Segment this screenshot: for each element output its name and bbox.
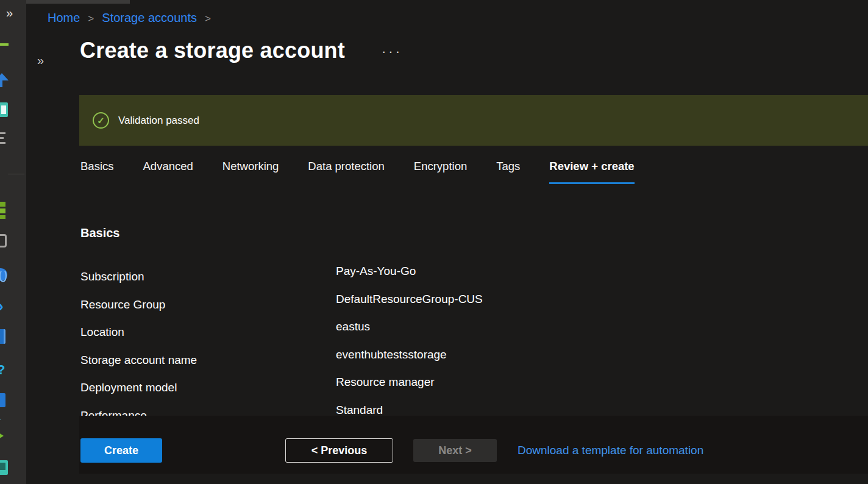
tab-tags[interactable]: Tags: [496, 160, 520, 184]
dash-icon[interactable]: [0, 43, 9, 46]
review-row: Storage account name eventhubtestsstorag…: [80, 348, 690, 376]
breadcrumb: Home > Storage accounts >: [48, 11, 211, 25]
terminal-icon[interactable]: [0, 460, 8, 475]
plus-icon[interactable]: +: [0, 415, 1, 424]
content-expand-icon[interactable]: »: [37, 54, 43, 68]
field-label: Storage account name: [80, 354, 197, 367]
validation-banner-text: Validation passed: [118, 115, 199, 127]
field-value: DefaultResourceGroup-CUS: [336, 293, 483, 306]
list-icon: [0, 142, 5, 144]
window-icon[interactable]: [0, 329, 5, 344]
tab-advanced[interactable]: Advanced: [143, 160, 193, 184]
globe-icon[interactable]: [0, 268, 7, 281]
basics-section-heading: Basics: [80, 226, 120, 240]
breadcrumb-home-link[interactable]: Home: [48, 11, 80, 25]
field-value: Resource manager: [336, 375, 435, 389]
create-button[interactable]: Create: [80, 438, 162, 463]
top-edge-bar: [8, 0, 130, 4]
page-title: Create a storage account: [80, 38, 345, 63]
download-template-link[interactable]: Download a template for automation: [518, 444, 703, 457]
field-value: Pay-As-You-Go: [336, 265, 416, 278]
validation-banner: ✓ Validation passed: [79, 95, 868, 146]
breadcrumb-storage-accounts-link[interactable]: Storage accounts: [102, 11, 197, 25]
play-icon[interactable]: [0, 430, 4, 441]
help-icon[interactable]: ?: [0, 363, 5, 377]
tab-data-protection[interactable]: Data protection: [308, 160, 384, 184]
sidebar-expand-icon[interactable]: »: [6, 6, 12, 20]
grid-icon[interactable]: [0, 202, 5, 207]
field-label: Resource Group: [80, 298, 165, 311]
table-storage-icon[interactable]: [0, 102, 8, 117]
left-nav-sidebar: » › ? +: [0, 0, 26, 484]
field-value: eventhubtestsstorage: [336, 348, 447, 361]
sidebar-divider: [8, 174, 24, 174]
tab-bar: Basics Advanced Networking Data protecti…: [80, 160, 635, 184]
field-value: eastus: [336, 320, 370, 333]
chevron-right-icon[interactable]: ›: [0, 298, 4, 314]
previous-button[interactable]: < Previous: [285, 438, 393, 463]
grid-icon: [0, 208, 5, 213]
tab-networking[interactable]: Networking: [222, 160, 279, 184]
list-icon: [0, 137, 4, 139]
review-row: Subscription Pay-As-You-Go: [80, 265, 690, 293]
field-value: Standard: [336, 404, 383, 417]
review-row: Deployment model Resource manager: [80, 375, 690, 404]
tab-encryption[interactable]: Encryption: [414, 160, 467, 184]
field-label: Subscription: [80, 270, 144, 283]
grid-icon: [0, 215, 5, 219]
review-field-list: Subscription Pay-As-You-Go Resource Grou…: [80, 265, 690, 432]
tab-review-create[interactable]: Review + create: [549, 160, 634, 184]
field-label: Location: [80, 326, 124, 339]
tab-basics[interactable]: Basics: [80, 160, 114, 184]
review-row: Resource Group DefaultResourceGroup-CUS: [80, 293, 690, 321]
next-button[interactable]: Next >: [413, 439, 497, 462]
upload-arrow-stem-icon: [0, 80, 2, 87]
chevron-separator-icon: >: [205, 13, 211, 25]
review-row: Location eastus: [80, 320, 690, 348]
field-label: Deployment model: [80, 381, 177, 394]
panel-icon[interactable]: [0, 393, 5, 407]
success-check-icon: ✓: [93, 112, 109, 129]
monitor-icon[interactable]: [0, 234, 7, 247]
list-icon[interactable]: [0, 132, 5, 134]
chevron-separator-icon: >: [88, 13, 94, 25]
more-menu-icon[interactable]: ···: [382, 44, 402, 60]
